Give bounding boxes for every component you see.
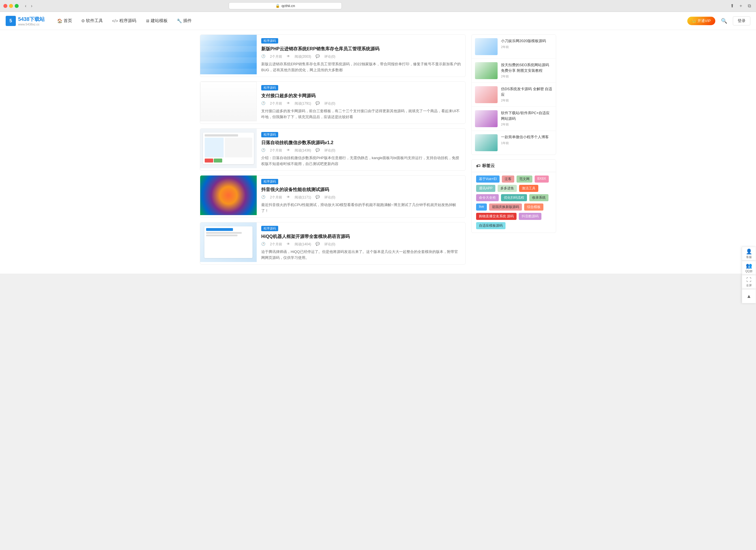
sidebar-thumb	[475, 86, 498, 103]
read-icon: 👁	[287, 101, 290, 106]
article-info: 程序源码 抖音很火的设备性能在线测试源码 🕐 2个月前 👁 阅读(1171) 💬…	[257, 176, 465, 217]
address-bar[interactable]: 🔒 qcthii.cn	[229, 2, 342, 9]
sidebar-item[interactable]: 按天扣费的SEO系统网站源码 免费分享 附图文安装教程 2年前	[472, 59, 556, 83]
tag-item[interactable]: 范文网	[517, 176, 532, 183]
sidebar-item[interactable]: 一款简单微信小程序个人博客 1年前	[472, 131, 556, 155]
content-area: 程序源码 新版PHP云进销存系统ERP销售库存仓库员工管理系统源码 🕐 2个月前…	[200, 35, 466, 269]
minimize-button[interactable]	[9, 4, 13, 8]
plugin-icon: 🔧	[177, 18, 182, 23]
tag-item[interactable]: 自适应模板源码	[476, 222, 506, 229]
header-right: 👑 开通VIP 🔍 登录	[687, 16, 750, 25]
close-button[interactable]	[3, 4, 7, 8]
time-icon: 🕐	[261, 148, 265, 153]
article-thumbnail	[200, 223, 257, 262]
url-text: qcthii.cn	[282, 4, 295, 8]
read-icon: 👁	[287, 54, 290, 59]
comment-icon: 💬	[316, 148, 320, 153]
window-button[interactable]: ⧉	[746, 3, 753, 9]
article-card: 程序源码 HiQQ机器人框架开源带全套模块易语言源码 🕐 2个月前 👁 阅读(1…	[200, 222, 466, 265]
nav-source[interactable]: </> 程序源码	[108, 16, 140, 26]
sidebar-info: 按天扣费的SEO系统网站源码 免费分享 附图文安装教程 2年前	[501, 62, 552, 79]
article-title[interactable]: HiQQ机器人框架开源带全套模块易语言源码	[261, 234, 461, 240]
share-button[interactable]: ⬆	[729, 3, 736, 9]
monitor-icon: 🖥	[145, 18, 150, 23]
tag-icon: 🏷	[476, 163, 480, 168]
site-wrapper: 5 5438下载站 www.5438xz.cc 🏠 首页 ⚙ 软件工具 </> …	[0, 12, 756, 274]
logo-text: 5438下载站 www.5438xz.cc	[18, 16, 45, 26]
nav-source-label: 程序源码	[119, 18, 136, 23]
customer-service-icon: 👤	[746, 249, 752, 255]
article-meta: 🕐 2个月前 👁 阅读(1404) 💬 评论(0)	[261, 242, 461, 247]
traffic-lights	[3, 4, 19, 8]
floating-sidebar: 👤 客服 👥 QQ群 ⛶ 全屏 ▲	[742, 247, 756, 274]
add-tab-button[interactable]: +	[738, 3, 744, 9]
sidebar-title: 按天扣费的SEO系统网站源码 免费分享 附图文安装教程	[501, 62, 552, 73]
logo-title: 5438下载站	[18, 16, 45, 23]
article-meta: 🕐 2个月前 👁 阅读(1171) 💬 评论(0)	[261, 195, 461, 200]
time-icon: 🕐	[261, 54, 265, 59]
article-thumbnail	[200, 82, 257, 121]
comment-icon: 💬	[316, 195, 320, 200]
code-icon: </>	[112, 18, 118, 23]
article-thumbnail	[200, 129, 257, 168]
logo-icon: 5	[6, 16, 16, 26]
article-meta: 🕐 2个月前 👁 阅读(1436) 💬 评论(0)	[261, 148, 461, 153]
article-meta: 🕐 2个月前 👁 阅读(2003) 💬 评论(0)	[261, 54, 461, 59]
article-tag: 程序源码	[261, 179, 278, 184]
tag-item[interactable]: 多多进鱼	[498, 185, 517, 192]
sidebar: 小刀娱乐网2020版模板源码 2年前 按天扣费的SEO系统网站源码 免费分享 附…	[471, 35, 556, 269]
browser-actions: ⬆ + ⧉	[729, 3, 753, 9]
tag-item[interactable]: 购物直播交友系统 源码	[476, 213, 517, 220]
tag-item[interactable]: 通讯APP	[476, 185, 495, 192]
maximize-button[interactable]	[15, 4, 19, 8]
article-tag: 程序源码	[261, 85, 278, 90]
tag-item[interactable]: 激活工具	[519, 185, 538, 192]
sidebar-time: 2年前	[501, 122, 552, 127]
article-info: 程序源码 HiQQ机器人框架开源带全套模块易语言源码 🕐 2个月前 👁 阅读(1…	[257, 223, 465, 264]
article-thumbnail	[200, 35, 257, 74]
tag-item[interactable]: 泛客	[502, 176, 514, 183]
tag-item[interactable]: BX8X	[535, 176, 549, 183]
comment-icon: 💬	[316, 101, 320, 106]
tag-item[interactable]: live	[476, 204, 487, 211]
sidebar-item[interactable]: 仿DS系统发卡源码 全解密 自适应 2年前	[472, 83, 556, 107]
search-button[interactable]: 🔍	[719, 17, 729, 25]
tag-item[interactable]: 综合模板	[524, 204, 543, 211]
tag-item[interactable]: 收录系统	[529, 194, 548, 201]
nav-software[interactable]: ⚙ 软件工具	[77, 16, 107, 26]
sidebar-recent-posts: 小刀娱乐网2020版模板源码 2年前 按天扣费的SEO系统网站源码 免费分享 附…	[471, 35, 556, 155]
tag-item[interactable]: 命令大全抢	[476, 194, 499, 201]
sidebar-item[interactable]: 小刀娱乐网2020版模板源码 2年前	[472, 35, 556, 59]
forward-button[interactable]: ›	[29, 3, 34, 9]
nav-home[interactable]: 🏠 首页	[53, 16, 76, 26]
sidebar-item[interactable]: 软件下载站/软件库PC+自适应网站源码 2年前	[472, 107, 556, 131]
gear-icon: ⚙	[81, 18, 85, 23]
article-title[interactable]: 新版PHP云进销存系统ERP销售库存仓库员工管理系统源码	[261, 46, 461, 52]
tag-cloud-header: 🏷 标签云	[472, 160, 556, 172]
nav-template[interactable]: 🖥 建站模板	[141, 16, 172, 26]
nav-plugin[interactable]: 🔧 插件	[173, 16, 196, 26]
tag-item[interactable]: 基于Vue+El	[476, 176, 500, 183]
login-button[interactable]: 登录	[733, 16, 750, 25]
comment-icon: 💬	[316, 242, 320, 247]
article-title[interactable]: 抖音很火的设备性能在线测试源码	[261, 187, 461, 193]
tag-item[interactable]: 优化扫码流程	[501, 194, 527, 201]
read-icon: 👁	[287, 148, 290, 153]
nav-plugin-label: 插件	[183, 18, 192, 23]
article-title[interactable]: 支付接口超多的发卡网源码	[261, 93, 461, 99]
vip-button[interactable]: 👑 开通VIP	[687, 17, 715, 25]
home-icon: 🏠	[57, 18, 62, 23]
tag-item[interactable]: 抖音酷源码	[519, 213, 541, 220]
vip-icon: 👑	[692, 19, 696, 23]
logo-short: 5	[10, 18, 12, 23]
qq-group-button[interactable]: 👥 QQ群	[742, 261, 756, 274]
tag-item[interactable]: 迎国庆换新版源码	[489, 204, 522, 211]
time-icon: 🕐	[261, 242, 265, 247]
article-title[interactable]: 日落自动挂机微信步数系统源码v1.2	[261, 140, 461, 146]
back-button[interactable]: ‹	[23, 3, 28, 9]
sidebar-title: 软件下载站/软件库PC+自适应网站源码	[501, 110, 552, 121]
customer-service-button[interactable]: 👤 客服	[742, 247, 756, 261]
sidebar-time: 2年前	[501, 98, 552, 103]
article-card: 程序源码 日落自动挂机微信步数系统源码v1.2 🕐 2个月前 👁 阅读(1436…	[200, 128, 466, 171]
sidebar-info: 仿DS系统发卡源码 全解密 自适应 2年前	[501, 86, 552, 103]
